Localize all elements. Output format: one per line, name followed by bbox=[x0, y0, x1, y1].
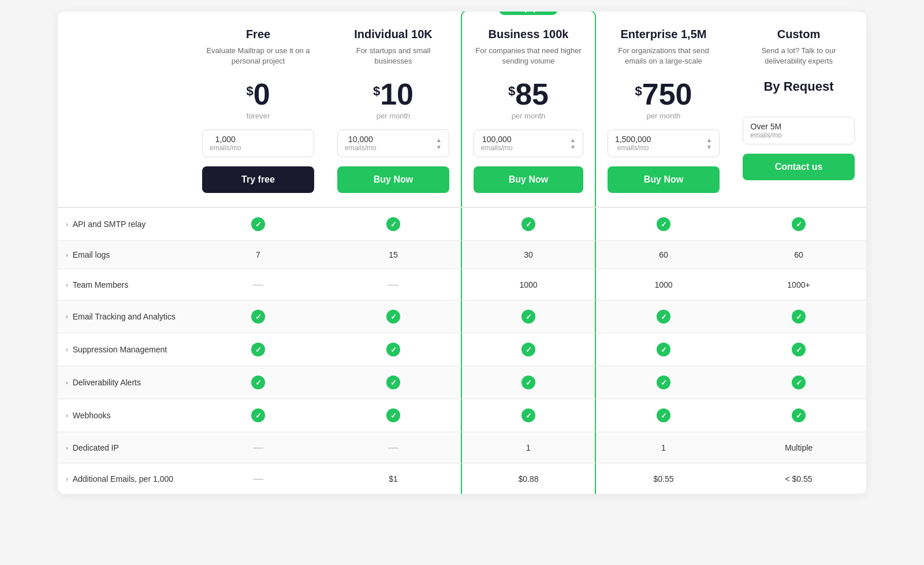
plan-name-custom: Custom bbox=[743, 28, 855, 41]
chevron-icon-5: › bbox=[66, 379, 68, 386]
price-amount-business_100k: 85 bbox=[515, 79, 549, 109]
price-dollar-individual_10k: $ bbox=[373, 84, 380, 99]
price-dollar-business_100k: $ bbox=[508, 84, 515, 99]
feature-label-text-8: Additional Emails, per 1,000 bbox=[73, 474, 173, 484]
feature-value-2-3: 1000 bbox=[654, 280, 672, 289]
check-icon-0-3: ✓ bbox=[657, 217, 670, 231]
feature-cell-6-2: ✓ bbox=[461, 399, 596, 432]
check-icon-6-3: ✓ bbox=[657, 408, 670, 422]
feature-cell-3-2: ✓ bbox=[461, 300, 596, 333]
check-icon-0-4: ✓ bbox=[792, 217, 806, 231]
selector-arrows-enterprise_1_5m: ▲ ▼ bbox=[706, 137, 712, 150]
price-amount-enterprise_1_5m: 750 bbox=[642, 79, 692, 109]
feature-cell-2-3: 1000 bbox=[596, 269, 731, 300]
feature-cell-4-0: ✓ bbox=[191, 333, 326, 366]
feature-cell-3-3: ✓ bbox=[596, 300, 731, 333]
plan-name-enterprise_1_5m: Enterprise 1,5M bbox=[608, 28, 720, 41]
feature-cell-0-0: ✓ bbox=[191, 208, 326, 240]
feature-cell-6-1: ✓ bbox=[326, 399, 461, 432]
feature-cell-5-3: ✓ bbox=[596, 366, 731, 399]
check-icon-0-0: ✓ bbox=[251, 217, 265, 231]
feature-cell-7-0: — bbox=[191, 432, 326, 463]
plan-col-business_100k: Most popularBusiness 100kFor companies t… bbox=[461, 12, 596, 207]
dash-7-0: — bbox=[253, 441, 263, 454]
feature-cell-0-1: ✓ bbox=[326, 208, 461, 240]
feature-label-1[interactable]: › Email logs bbox=[58, 241, 191, 269]
pricing-table: FreeEvaluate Mailtrap or use it on a per… bbox=[58, 12, 866, 494]
feature-cell-8-1: $1 bbox=[326, 463, 461, 494]
plan-col-free: FreeEvaluate Mailtrap or use it on a per… bbox=[191, 12, 326, 207]
cta-button-custom[interactable]: Contact us bbox=[743, 154, 855, 180]
email-selector-enterprise_1_5m[interactable]: 1,500,000 emails/mo ▲ ▼ bbox=[608, 129, 720, 157]
feature-label-text-1: Email logs bbox=[73, 250, 110, 259]
price-by-request: By Request bbox=[763, 79, 833, 94]
cta-button-enterprise_1_5m[interactable]: Buy Now bbox=[608, 166, 720, 193]
feature-cell-1-3: 60 bbox=[596, 241, 731, 269]
feature-value-8-3: $0.55 bbox=[653, 474, 673, 484]
chevron-icon-7: › bbox=[66, 444, 68, 451]
cta-button-free[interactable]: Try free bbox=[202, 166, 314, 193]
feature-label-text-3: Email Tracking and Analytics bbox=[73, 312, 176, 321]
selector-arrows-business_100k: ▲ ▼ bbox=[570, 137, 576, 150]
check-icon-6-2: ✓ bbox=[521, 408, 535, 422]
check-icon-3-2: ✓ bbox=[521, 310, 535, 324]
plan-price-custom: By Request bbox=[743, 79, 855, 96]
plan-desc-business_100k: For companies that need higher sending v… bbox=[474, 46, 583, 69]
check-icon-6-4: ✓ bbox=[792, 408, 806, 422]
plan-col-individual_10k: Individual 10KFor startups and small bus… bbox=[326, 12, 461, 207]
feature-label-0[interactable]: › API and SMTP relay bbox=[58, 208, 191, 240]
check-icon-5-0: ✓ bbox=[251, 376, 265, 389]
feature-row-2: › Team Members——100010001000+ bbox=[58, 269, 866, 300]
dash-2-1: — bbox=[388, 278, 398, 291]
email-selector-business_100k[interactable]: 100,000 emails/mo ▲ ▼ bbox=[474, 129, 583, 157]
cta-button-individual_10k[interactable]: Buy Now bbox=[337, 166, 449, 193]
feature-cell-0-3: ✓ bbox=[596, 208, 731, 240]
feature-cell-7-1: — bbox=[326, 432, 461, 463]
feature-cell-1-0: 7 bbox=[191, 241, 326, 269]
feature-row-1: › Email logs715306060 bbox=[58, 240, 866, 269]
check-icon-3-1: ✓ bbox=[386, 310, 400, 324]
feature-cell-2-0: — bbox=[191, 269, 326, 300]
selector-arrows-individual_10k: ▲ ▼ bbox=[436, 137, 442, 150]
feature-label-5[interactable]: › Deliverability Alerts bbox=[58, 366, 191, 399]
feature-cell-4-2: ✓ bbox=[461, 333, 596, 366]
email-selector-individual_10k[interactable]: 10,000 emails/mo ▲ ▼ bbox=[337, 129, 449, 157]
check-icon-6-0: ✓ bbox=[251, 408, 265, 422]
plan-price-enterprise_1_5m: $ 750 bbox=[608, 79, 720, 109]
feature-label-6[interactable]: › Webhooks bbox=[58, 399, 191, 432]
dash-2-0: — bbox=[253, 278, 263, 291]
price-period-individual_10k: per month bbox=[337, 111, 449, 120]
plan-col-enterprise_1_5m: Enterprise 1,5MFor organizations that se… bbox=[596, 12, 731, 207]
cta-button-business_100k[interactable]: Buy Now bbox=[474, 166, 583, 193]
check-icon-4-3: ✓ bbox=[657, 343, 670, 356]
feature-cell-5-0: ✓ bbox=[191, 366, 326, 399]
feature-label-text-7: Dedicated IP bbox=[73, 443, 119, 452]
chevron-icon-8: › bbox=[66, 475, 68, 482]
feature-cell-0-4: ✓ bbox=[731, 208, 866, 240]
plan-price-free: $ 0 bbox=[202, 79, 314, 109]
feature-label-7[interactable]: › Dedicated IP bbox=[58, 432, 191, 463]
feature-cell-6-3: ✓ bbox=[596, 399, 731, 432]
dash-8-0: — bbox=[253, 473, 263, 485]
feature-cell-5-4: ✓ bbox=[731, 366, 866, 399]
price-amount-individual_10k: 10 bbox=[380, 79, 413, 109]
feature-label-4[interactable]: › Suppression Management bbox=[58, 333, 191, 366]
check-icon-3-4: ✓ bbox=[792, 310, 806, 324]
feature-cell-4-4: ✓ bbox=[731, 333, 866, 366]
feature-row-6: › Webhooks✓✓✓✓✓ bbox=[58, 399, 866, 432]
check-icon-5-4: ✓ bbox=[792, 376, 806, 389]
feature-label-3[interactable]: › Email Tracking and Analytics bbox=[58, 300, 191, 333]
feature-cell-3-4: ✓ bbox=[731, 300, 866, 333]
chevron-icon-2: › bbox=[66, 281, 68, 288]
feature-label-8[interactable]: › Additional Emails, per 1,000 bbox=[58, 463, 191, 494]
plan-desc-free: Evaluate Mailtrap or use it on a persona… bbox=[202, 46, 314, 69]
email-selector-free: 1,000 emails/mo bbox=[202, 129, 314, 157]
price-period-enterprise_1_5m: per month bbox=[608, 111, 720, 120]
feature-row-0: › API and SMTP relay✓✓✓✓✓ bbox=[58, 207, 866, 240]
feature-label-2[interactable]: › Team Members bbox=[58, 269, 191, 300]
feature-value-8-4: < $0.55 bbox=[785, 474, 812, 484]
feature-cell-1-2: 30 bbox=[461, 241, 596, 269]
feature-cell-8-4: < $0.55 bbox=[731, 463, 866, 494]
feature-cell-2-2: 1000 bbox=[461, 269, 596, 300]
price-dollar-enterprise_1_5m: $ bbox=[635, 84, 642, 99]
